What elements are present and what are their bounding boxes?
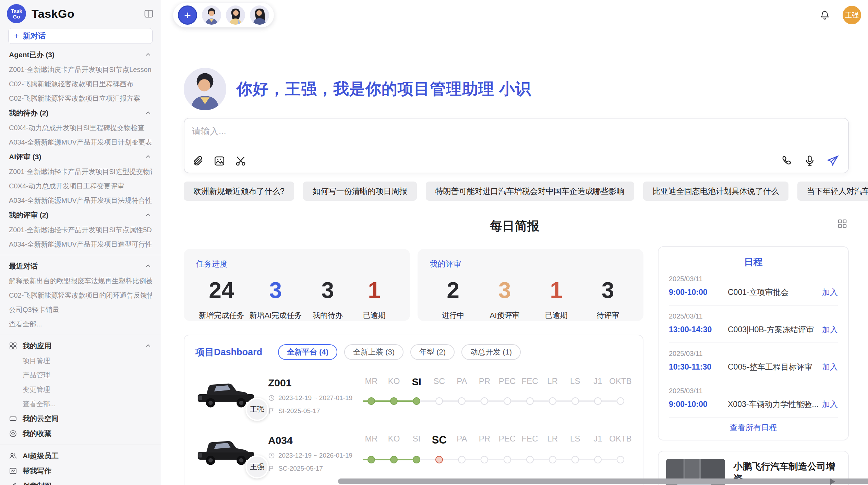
chat-input-placeholder: 请输入... <box>192 125 226 137</box>
suggestion-chip[interactable]: 欧洲新规最近颁布了什么? <box>184 182 294 201</box>
recent-chat-item[interactable]: C02-飞腾新能源轻客改款项目的闭环通告反馈情况 <box>0 288 161 302</box>
sidebar-item[interactable]: Z001-全新燃油皮卡产品开发项目SI节点Lesson Learn报告 <box>0 62 161 77</box>
milestone-dot[interactable] <box>571 456 579 463</box>
sidebar-item-creative-draw[interactable]: 创意制图 <box>0 478 161 485</box>
chevron-up-icon[interactable] <box>144 153 152 161</box>
filter-tab[interactable]: 全新上装 (3) <box>344 344 403 360</box>
sidebar-item[interactable]: C02-飞腾新能源轻客改款项目里程碑画布 <box>0 77 161 91</box>
chevron-up-icon[interactable] <box>144 51 152 59</box>
new-chat-button[interactable]: + 新对话 <box>8 28 153 44</box>
microphone-icon[interactable] <box>804 154 816 167</box>
project-row[interactable]: 王强 A034 2023-12-19 ~ 2026-01-19 SC-2025-… <box>195 434 632 472</box>
chevron-up-icon[interactable] <box>144 262 152 270</box>
filter-tab[interactable]: 动总开发 (1) <box>461 344 521 360</box>
milestone-dot[interactable] <box>413 397 420 405</box>
chat-input[interactable]: 请输入... <box>184 118 849 173</box>
phone-call-icon[interactable] <box>781 154 793 167</box>
view-all-schedule-link[interactable]: 查看所有日程 <box>669 422 838 433</box>
horizontal-scrollbar[interactable] <box>338 478 868 484</box>
recent-chat-item[interactable]: 公司Q3轻卡销量 <box>0 302 161 317</box>
chevron-up-icon[interactable] <box>144 109 152 117</box>
join-link[interactable]: 加入 <box>822 287 838 298</box>
milestone-dot[interactable] <box>504 397 511 405</box>
milestone-dot[interactable] <box>549 456 556 463</box>
section-my-review[interactable]: 我的评审 (2) <box>0 208 161 223</box>
sidebar-item-my-apps[interactable]: 我的应用 <box>0 338 161 353</box>
milestone-dot[interactable] <box>481 456 488 463</box>
milestone-dot[interactable] <box>594 397 602 405</box>
screenshot-scissors-icon[interactable] <box>234 155 247 167</box>
suggestion-chip[interactable]: 如何写一份清晰的项目周报 <box>303 182 417 201</box>
section-my-todo[interactable]: 我的待办 (2) <box>0 105 161 121</box>
sidebar-item-favorites[interactable]: 我的收藏 <box>0 426 161 441</box>
join-link[interactable]: 加入 <box>822 399 838 410</box>
section-agent-done[interactable]: Agent已办 (3) <box>0 47 161 62</box>
notification-bell-icon[interactable] <box>819 10 830 21</box>
attachment-icon[interactable] <box>192 155 204 167</box>
sidebar-collapse-icon[interactable] <box>144 9 154 19</box>
project-row[interactable]: 王强 Z001 2023-12-19 ~ 2027-01-19 SI-2025-… <box>195 376 632 415</box>
recent-chat-item[interactable]: 解释最新出台的欧盟报废车法规再生塑料比例被调至15%... <box>0 274 161 288</box>
sidebar-item[interactable]: Z001-全新燃油轻卡产品开发项目SI节点属性5D文件评审 <box>0 223 161 237</box>
section-recent-chats[interactable]: 最近对话 <box>0 259 161 274</box>
recent-chats-more[interactable]: 查看全部... <box>0 317 161 331</box>
layout-grid-icon[interactable] <box>837 219 847 229</box>
filter-tab[interactable]: 全新平台 (4) <box>278 344 337 360</box>
sidebar-item[interactable]: A034-全新新能源MUV产品开发项目计划变更表编写 <box>0 135 161 149</box>
suggestion-chip[interactable]: 特朗普可能对进口汽车增税会对中国车企造成哪些影响 <box>426 182 634 201</box>
suggestion-chip[interactable]: 当下年轻人对汽车外观有怎样的喜好趋势 <box>797 182 868 201</box>
suggestion-chip[interactable]: 比亚迪全固态电池计划具体说了什么 <box>643 182 788 201</box>
milestone-dot[interactable] <box>458 456 466 463</box>
app-items-more[interactable]: 查看全部... <box>0 397 161 411</box>
milestone-dot[interactable] <box>617 456 624 463</box>
milestone-dot[interactable] <box>526 397 534 405</box>
scroll-right-arrow-icon[interactable] <box>830 478 835 485</box>
hero: 你好，王强，我是你的项目管理助理 小识 <box>161 68 868 110</box>
schedule-name: X003-车辆动力学性能验... <box>728 399 818 410</box>
sidebar-item[interactable]: C0X4-动力总成开发项目工程变更评审 <box>0 179 161 193</box>
milestone-dot[interactable] <box>571 397 579 405</box>
sidebar-item[interactable]: C02-飞腾新能源轻客改款项目立项汇报方案 <box>0 91 161 105</box>
contact-avatar[interactable] <box>250 5 269 25</box>
milestone-dot[interactable] <box>390 397 398 405</box>
sidebar-item[interactable]: A034-全新新能源MUV产品开发项目造型可行性评审 <box>0 237 161 251</box>
milestone-dot[interactable] <box>594 456 602 463</box>
milestone-dot[interactable] <box>481 397 488 405</box>
sidebar-item-help-write[interactable]: 帮我写作 <box>0 463 161 478</box>
sidebar-item-ai-staff[interactable]: AI超级员工 <box>0 448 161 463</box>
sidebar-item[interactable]: Z001-全新燃油轻卡产品开发项目SI造型提交物评审 <box>0 164 161 179</box>
milestone-dot[interactable] <box>504 456 511 463</box>
milestone-dot[interactable] <box>549 397 556 405</box>
user-avatar[interactable]: 王强 <box>843 6 861 24</box>
milestone-dot[interactable] <box>526 456 534 463</box>
chevron-up-icon[interactable] <box>144 342 152 350</box>
join-link[interactable]: 加入 <box>822 324 838 335</box>
add-contact-button[interactable]: + <box>178 5 197 25</box>
chevron-up-icon[interactable] <box>144 211 152 219</box>
sidebar-item-cloud-space[interactable]: 我的云空间 <box>0 411 161 426</box>
section-ai-review[interactable]: AI评审 (3) <box>0 149 161 164</box>
milestone-dot[interactable] <box>367 456 375 463</box>
schedule-name: C003|H0B-方案冻结评审 <box>728 324 818 335</box>
sidebar-item[interactable]: C0X4-动力总成开发项目SI里程碑提交物检查 <box>0 121 161 135</box>
sidebar-item[interactable]: A034-全新新能源MUV产品开发项目法规符合性评审 <box>0 193 161 208</box>
milestone-dot[interactable] <box>458 397 466 405</box>
milestone-dot[interactable] <box>435 397 443 405</box>
app-item-product-mgmt[interactable]: 产品管理 <box>0 368 161 382</box>
contact-avatar[interactable] <box>226 5 245 25</box>
app-item-project-mgmt[interactable]: 项目管理 <box>0 353 161 368</box>
milestone-dot-overdue[interactable] <box>435 456 443 463</box>
milestone-dot[interactable] <box>367 397 375 405</box>
app-item-change-mgmt[interactable]: 变更管理 <box>0 382 161 397</box>
scrollbar-thumb[interactable] <box>338 478 868 484</box>
schedule-title: 日程 <box>669 256 838 268</box>
join-link[interactable]: 加入 <box>822 362 838 372</box>
filter-tab[interactable]: 年型 (2) <box>410 344 455 360</box>
send-icon[interactable] <box>826 154 839 167</box>
write-doc-icon <box>9 467 17 475</box>
contact-avatar[interactable] <box>202 5 221 25</box>
milestone-dot[interactable] <box>413 456 420 463</box>
image-upload-icon[interactable] <box>213 155 226 167</box>
milestone-dot[interactable] <box>390 456 398 463</box>
milestone-dot[interactable] <box>617 397 624 405</box>
